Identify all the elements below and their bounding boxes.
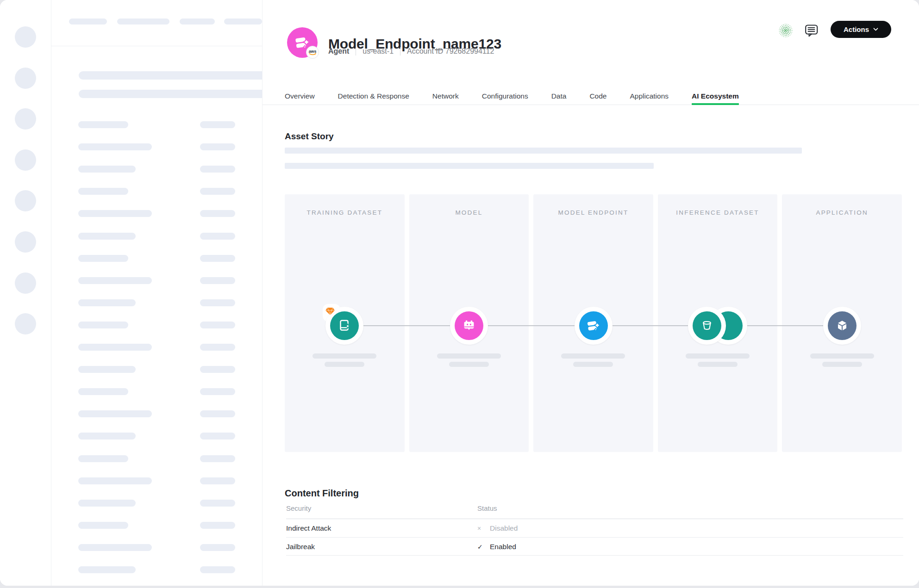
- bucket-icon: [699, 318, 715, 334]
- training-dataset-node[interactable]: [325, 307, 363, 345]
- main-panel: aws Model_Endpoint_name123 Agent us-east…: [263, 0, 919, 586]
- actions-button[interactable]: Actions: [831, 21, 891, 38]
- skeleton-caption-line: [810, 353, 874, 359]
- rail-avatar-skeleton: [15, 313, 36, 334]
- skeleton-text-line: [285, 163, 654, 169]
- book-sparkle-icon: [337, 318, 352, 334]
- divider: [400, 47, 400, 56]
- skeleton-row-value: [200, 233, 235, 240]
- aws-badge: aws: [306, 46, 319, 59]
- skeleton-caption-line: [325, 362, 364, 367]
- skeleton-row-value: [200, 344, 235, 351]
- left-rail: [0, 0, 51, 586]
- skeleton-row-value: [200, 188, 235, 195]
- skeleton-row-value: [200, 143, 235, 150]
- rail-avatar-skeleton: [15, 68, 36, 89]
- skeleton-row-label: [78, 410, 152, 417]
- comments-button[interactable]: [803, 22, 820, 39]
- skeleton-caption-line: [449, 362, 489, 367]
- skeleton-row-label: [78, 322, 128, 328]
- skeleton-row-value: [200, 210, 235, 217]
- skeleton-row-label: [78, 344, 152, 351]
- table-row: Indirect Attack × Disabled: [286, 519, 903, 537]
- skeleton-row-label: [78, 477, 152, 484]
- account-id-label: Account ID 792682994112: [407, 47, 494, 56]
- region-label: us-east-1: [363, 47, 394, 56]
- skeleton-pill: [180, 19, 215, 25]
- tab-code[interactable]: Code: [589, 88, 606, 105]
- robot-icon: [461, 318, 477, 334]
- ai-pipeline: TRAINING DATASET MODEL MODEL ENDPOINT IN…: [285, 194, 902, 452]
- tab-network[interactable]: Network: [432, 88, 459, 105]
- skeleton-row-value: [200, 433, 235, 439]
- inference-dataset-node[interactable]: [688, 307, 726, 345]
- asset-meta: Agent us-east-1 Account ID 792682994112: [328, 47, 494, 56]
- skeleton-row-label: [78, 121, 128, 128]
- application-node[interactable]: [823, 307, 861, 345]
- skeleton-row-label: [78, 544, 152, 551]
- skeleton-row-value: [200, 522, 235, 529]
- disabled-x-icon: ×: [477, 525, 481, 532]
- divider: [286, 555, 903, 556]
- stage-label: MODEL ENDPOINT: [533, 209, 653, 216]
- model-endpoint-node[interactable]: [575, 307, 613, 345]
- asset-tabs: OverviewDetection & ResponseNetworkConfi…: [263, 88, 919, 105]
- tab-applications[interactable]: Applications: [630, 88, 669, 105]
- tab-ai-ecosystem[interactable]: AI Ecosystem: [692, 88, 739, 105]
- skeleton-row-label: [78, 299, 136, 306]
- stage-label: TRAINING DATASET: [285, 209, 405, 216]
- skeleton-caption-line: [313, 353, 376, 359]
- skeleton-row-value: [200, 255, 235, 262]
- skeleton-row-label: [78, 188, 128, 195]
- asset-type-label: Agent: [328, 47, 349, 56]
- column-header-status: Status: [477, 504, 497, 512]
- skeleton-row-value: [200, 455, 235, 462]
- tab-overview[interactable]: Overview: [285, 88, 315, 105]
- stage-label: INFERENCE DATASET: [658, 209, 778, 216]
- tab-configurations[interactable]: Configurations: [482, 88, 528, 105]
- skeleton-row-value: [200, 121, 235, 128]
- green-dotted-burst-icon: [777, 22, 794, 39]
- tab-data[interactable]: Data: [551, 88, 567, 105]
- rail-avatar-skeleton: [15, 149, 36, 171]
- rail-avatar-skeleton: [15, 108, 36, 130]
- cube-icon: [834, 318, 850, 334]
- model-node[interactable]: [450, 307, 488, 345]
- skeleton-pill: [117, 19, 169, 25]
- skeleton-caption-line: [686, 353, 750, 359]
- security-name: Jailbreak: [286, 543, 315, 551]
- skeleton-bar-wide: [79, 71, 262, 80]
- skeleton-row-value: [200, 410, 235, 417]
- skeleton-caption-line: [437, 353, 501, 359]
- rail-avatar-skeleton: [15, 26, 36, 48]
- content-filtering-heading: Content Filtering: [285, 488, 359, 499]
- content-filtering-table: Security Status Indirect Attack × Disabl…: [286, 504, 903, 555]
- divider: [51, 46, 262, 46]
- table-row: Jailbreak ✓ Enabled: [286, 538, 903, 556]
- comment-icon: [805, 24, 819, 37]
- table-header-row: Security Status: [286, 504, 903, 519]
- skeleton-pill: [69, 19, 107, 25]
- stage-label: MODEL: [409, 209, 529, 216]
- skeleton-row-value: [200, 366, 235, 373]
- skeleton-row-label: [78, 500, 136, 507]
- skeleton-caption-line: [822, 362, 862, 367]
- gem-badge-icon: [325, 306, 336, 316]
- skeleton-text-line: [285, 148, 802, 154]
- skeleton-caption-line: [561, 353, 625, 359]
- skeleton-caption-line: [698, 362, 738, 367]
- tab-detection-response[interactable]: Detection & Response: [338, 88, 409, 105]
- skeleton-bar-wide: [79, 90, 262, 98]
- skeleton-row-label: [78, 433, 136, 439]
- skeleton-row-label: [78, 255, 128, 262]
- skeleton-row-label: [78, 388, 128, 395]
- skeleton-row-label: [78, 277, 152, 284]
- skeleton-row-value: [200, 166, 235, 173]
- app-window: aws Model_Endpoint_name123 Agent us-east…: [0, 0, 919, 586]
- skeleton-row-value: [200, 322, 235, 328]
- scan-burst-button[interactable]: [777, 22, 794, 39]
- skeleton-row-value: [200, 477, 235, 484]
- stage-label: APPLICATION: [782, 209, 902, 216]
- aws-badge-text: aws: [309, 49, 317, 54]
- asset-story-heading: Asset Story: [285, 131, 334, 142]
